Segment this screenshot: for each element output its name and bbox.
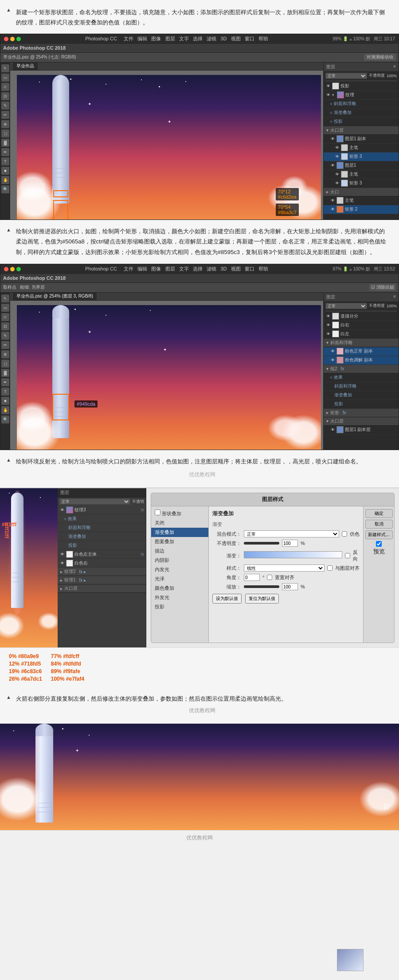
opacity-input[interactable] [282,540,298,547]
layer-item-shadow[interactable]: ⟐ 投影 [324,118,399,126]
layer-item-rect2[interactable]: 👁 矩形 2 [324,205,399,214]
lasso-tool-2[interactable]: ⊂ [1,313,9,321]
eye-l2-2[interactable]: 👁 [325,322,331,328]
close-dot-2[interactable] [4,267,8,271]
l2-bevel[interactable]: 斜面和浮雕 [324,382,399,391]
clone-tool-2[interactable]: ⊕ [1,350,9,358]
ls-style-item-drop-shadow[interactable]: 投影 [151,602,208,612]
blend-opacity-checkbox[interactable] [342,531,347,537]
ls-layer-gradov[interactable]: 渐变叠加 [58,532,146,541]
shape-tool-2[interactable]: ■ [1,397,9,405]
ls-style-item-color-ov[interactable]: 颜色叠加 [151,584,208,593]
l2-2[interactable]: 👁 白右 [324,321,399,330]
set-default-btn[interactable]: 设为默认值 [212,594,242,604]
ls-style-item-inner-glow[interactable]: 内发光 [151,565,208,574]
eye-l1c[interactable]: 👁 [330,427,335,432]
reset-default-btn[interactable]: 复位为默认值 [245,594,279,604]
reverse-checkbox[interactable] [345,553,350,558]
eye-icon[interactable]: 👁 [325,83,331,89]
eye-icon-2[interactable]: 👁 [325,92,331,98]
l2-shadow2[interactable]: 投影 [324,400,399,409]
crop-tool-2[interactable]: ⊡ [1,322,9,330]
blend-row-2[interactable]: 正常 不透明度 100% [324,302,399,310]
brush-tool-2[interactable]: ✏ [1,341,9,349]
l2-effect[interactable]: ⟐ 效果 [324,373,399,382]
ls-style-item-satin[interactable]: 光泽 [151,574,208,584]
layer-item-bevel[interactable]: ⟐ 斜面和浮雕 [324,100,399,109]
minimize-dot[interactable] [10,37,15,41]
ls-eye-wr[interactable]: 👁 [59,561,65,566]
gradient-tool[interactable]: ▓ [1,139,9,147]
ls-layer-bevel[interactable]: 斜面和浮雕 [58,523,146,532]
layer-item-rect3-top[interactable]: 👁 矩形 3 [324,153,399,161]
preview-checkbox[interactable] [376,541,382,547]
eye-10[interactable]: 👁 [330,207,335,212]
min-dot-2[interactable] [10,267,15,271]
l2-l1copy[interactable]: 👁 图层1 副本层 [324,426,399,435]
new-style-button[interactable]: 新建样式... [365,530,393,539]
gradient-preview-bar[interactable] [244,551,342,558]
select-tool-2[interactable]: ▭ [1,304,9,312]
text-tool-2[interactable]: T [1,388,9,396]
gradient-tool-2[interactable]: ▓ [1,369,9,377]
l2-gradov[interactable]: 渐变叠加 [324,391,399,400]
eye-6[interactable]: 👁 [330,163,335,168]
ls-eye-wm[interactable]: 👁 [59,552,65,557]
crop-tool[interactable]: ⊡ [1,92,9,100]
max-dot-2[interactable] [16,267,21,271]
text-tool[interactable]: T [1,157,9,165]
eraser-tool-2[interactable]: ◻ [1,360,9,368]
layer-item-main-pen[interactable]: 👁 主笔 [324,144,399,153]
zoom-tool[interactable]: 🔍 [1,185,9,193]
eyedropper-tool[interactable]: ✎ [1,102,9,110]
select-tool[interactable]: ▭ [1,74,9,82]
style-checkbox-shape[interactable] [155,510,160,515]
ls-style-item-shape[interactable]: 形状叠加 [151,508,208,518]
eye-l2-3[interactable]: 👁 [325,331,331,337]
angle-input[interactable] [244,574,260,581]
hand-tool[interactable]: ✋ [1,176,9,184]
eye-pink-ac[interactable]: 👁 [330,357,335,363]
pen-tool-2[interactable]: ✒ [1,378,9,386]
layer-item-mainpen3[interactable]: 👁 主笔 [324,196,399,205]
ls-style-item-outer-glow[interactable]: 外发光 [151,593,208,602]
place-align-checkbox[interactable] [267,575,272,580]
canvas-tab-2[interactable]: 早业作品.psc @ 254% (图层 3, RGB/8) [13,293,97,301]
eye-l2-1[interactable]: 👁 [325,314,331,319]
style-select[interactable]: 线性 [244,564,325,572]
layer-item-layer1[interactable]: 👁 图层1 [324,161,399,170]
layer-item-effects[interactable]: 👁 投影 [324,82,399,91]
maximize-dot[interactable] [16,37,21,41]
ls-blend-row[interactable]: 正常 不透明 [58,498,146,506]
eye-7[interactable]: 👁 [334,172,340,177]
close-dot[interactable] [4,37,8,41]
zoom-tool-2[interactable]: 🔍 [1,416,9,423]
blend-form-select[interactable]: 正常 [244,530,339,537]
eye-5[interactable]: 👁 [334,154,340,159]
align-layer-checkbox[interactable] [327,565,332,571]
cancel-button[interactable]: 取消 [365,520,393,529]
l2-pink-adj-c[interactable]: 👁 粉色调解 副本 [324,356,399,365]
layer-item-mainpen2[interactable]: 👁 主笔 [324,170,399,179]
brush-tool[interactable]: ✏ [1,111,9,119]
layer-item-gradient[interactable]: ⟐ 渐变叠加 [324,109,399,118]
ls-layer-shadow[interactable]: 投影 [58,541,146,550]
eraser-tool[interactable]: ◻ [1,129,9,137]
layer-item-texture-group[interactable]: 👁 ▾ 纹理 [324,91,399,100]
eye-4[interactable]: 👁 [334,145,340,150]
l2-1[interactable]: 👁 道描分分 [324,312,399,321]
lasso-tool[interactable]: ⊂ [1,83,9,91]
ls-style-item-inner-shadow[interactable]: 内阴影 [151,556,208,565]
ls-style-item-gradient[interactable]: 渐变叠加 [151,528,208,537]
ok-button[interactable]: 确定 [365,509,393,518]
ls-blend-select[interactable]: 正常 [59,498,130,505]
ls-layer-white-main[interactable]: 👁 白色左主体 fx [58,550,146,559]
eye-8[interactable]: 👁 [334,180,340,186]
pen-tool[interactable]: ✒ [1,148,9,156]
scale-input[interactable] [282,583,298,590]
eye-9[interactable]: 👁 [330,198,335,203]
ls-layer-eff[interactable]: ⟐ 效果 [58,514,146,523]
blend-select-2[interactable]: 正常 [325,303,367,309]
scale-slider[interactable] [244,585,279,588]
l2-pink-copy[interactable]: 👁 粉色正常 副本 [324,347,399,356]
